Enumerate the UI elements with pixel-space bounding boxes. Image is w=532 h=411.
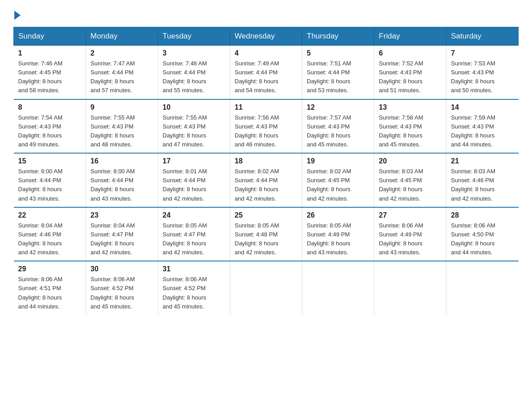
day-info: Sunrise: 8:04 AM Sunset: 4:47 PM Dayligh… (90, 221, 153, 257)
calendar-cell: 22 Sunrise: 8:04 AM Sunset: 4:46 PM Dayl… (14, 207, 86, 261)
calendar-cell: 29 Sunrise: 8:06 AM Sunset: 4:51 PM Dayl… (14, 261, 86, 315)
calendar-cell: 1 Sunrise: 7:46 AM Sunset: 4:45 PM Dayli… (14, 46, 86, 99)
calendar-cell: 10 Sunrise: 7:55 AM Sunset: 4:43 PM Dayl… (158, 99, 230, 154)
day-info: Sunrise: 8:06 AM Sunset: 4:52 PM Dayligh… (90, 275, 153, 311)
header-day-monday: Monday (86, 27, 158, 46)
day-number: 21 (451, 157, 514, 165)
calendar-cell: 19 Sunrise: 8:02 AM Sunset: 4:45 PM Dayl… (302, 153, 374, 207)
header-day-sunday: Sunday (14, 27, 86, 46)
calendar-cell (230, 261, 302, 315)
calendar-cell: 26 Sunrise: 8:05 AM Sunset: 4:49 PM Dayl… (302, 207, 374, 261)
day-number: 14 (451, 103, 514, 111)
day-info: Sunrise: 7:55 AM Sunset: 4:43 PM Dayligh… (90, 113, 153, 150)
calendar-cell: 8 Sunrise: 7:54 AM Sunset: 4:43 PM Dayli… (14, 99, 86, 154)
calendar-cell: 15 Sunrise: 8:00 AM Sunset: 4:44 PM Dayl… (14, 153, 86, 207)
day-info: Sunrise: 7:57 AM Sunset: 4:43 PM Dayligh… (307, 113, 369, 150)
day-info: Sunrise: 7:53 AM Sunset: 4:43 PM Dayligh… (451, 59, 514, 95)
day-number: 6 (379, 49, 442, 57)
calendar-cell: 9 Sunrise: 7:55 AM Sunset: 4:43 PM Dayli… (86, 99, 158, 154)
day-info: Sunrise: 8:06 AM Sunset: 4:49 PM Dayligh… (379, 221, 442, 257)
day-number: 8 (18, 103, 82, 111)
calendar-cell: 25 Sunrise: 8:05 AM Sunset: 4:48 PM Dayl… (230, 207, 302, 261)
day-info: Sunrise: 8:04 AM Sunset: 4:46 PM Dayligh… (18, 221, 82, 257)
calendar-cell: 17 Sunrise: 8:01 AM Sunset: 4:44 PM Dayl… (158, 153, 230, 207)
day-number: 7 (451, 49, 514, 57)
day-number: 10 (163, 103, 225, 111)
calendar-table: SundayMondayTuesdayWednesdayThursdayFrid… (13, 27, 519, 315)
day-number: 25 (235, 211, 297, 219)
calendar-cell: 3 Sunrise: 7:48 AM Sunset: 4:44 PM Dayli… (158, 46, 230, 99)
day-info: Sunrise: 7:46 AM Sunset: 4:45 PM Dayligh… (18, 59, 82, 95)
day-info: Sunrise: 8:00 AM Sunset: 4:44 PM Dayligh… (90, 167, 153, 203)
day-info: Sunrise: 8:06 AM Sunset: 4:50 PM Dayligh… (451, 221, 514, 257)
calendar-cell: 21 Sunrise: 8:03 AM Sunset: 4:46 PM Dayl… (446, 153, 519, 207)
header-day-friday: Friday (374, 27, 446, 46)
calendar-cell: 31 Sunrise: 8:06 AM Sunset: 4:52 PM Dayl… (158, 261, 230, 315)
day-info: Sunrise: 7:47 AM Sunset: 4:44 PM Dayligh… (90, 59, 153, 95)
day-info: Sunrise: 7:52 AM Sunset: 4:43 PM Dayligh… (379, 59, 442, 95)
day-info: Sunrise: 7:59 AM Sunset: 4:43 PM Dayligh… (451, 113, 514, 150)
day-number: 22 (18, 211, 82, 219)
day-info: Sunrise: 7:48 AM Sunset: 4:44 PM Dayligh… (163, 59, 225, 95)
calendar-cell: 13 Sunrise: 7:58 AM Sunset: 4:43 PM Dayl… (374, 99, 446, 154)
day-number: 11 (235, 103, 297, 111)
calendar-cell: 24 Sunrise: 8:05 AM Sunset: 4:47 PM Dayl… (158, 207, 230, 261)
calendar-cell: 23 Sunrise: 8:04 AM Sunset: 4:47 PM Dayl… (86, 207, 158, 261)
day-number: 2 (90, 49, 153, 57)
header-day-saturday: Saturday (446, 27, 519, 46)
day-info: Sunrise: 8:05 AM Sunset: 4:49 PM Dayligh… (307, 221, 369, 257)
day-info: Sunrise: 8:01 AM Sunset: 4:44 PM Dayligh… (163, 167, 225, 203)
calendar-cell (302, 261, 374, 315)
day-number: 5 (307, 49, 369, 57)
day-number: 27 (379, 211, 442, 219)
day-info: Sunrise: 7:54 AM Sunset: 4:43 PM Dayligh… (18, 113, 82, 150)
header-day-tuesday: Tuesday (158, 27, 230, 46)
page-header (13, 9, 519, 18)
calendar-week-5: 29 Sunrise: 8:06 AM Sunset: 4:51 PM Dayl… (14, 261, 519, 315)
calendar-cell (374, 261, 446, 315)
day-info: Sunrise: 8:06 AM Sunset: 4:51 PM Dayligh… (18, 275, 82, 311)
day-info: Sunrise: 7:55 AM Sunset: 4:43 PM Dayligh… (163, 113, 225, 150)
day-info: Sunrise: 8:06 AM Sunset: 4:52 PM Dayligh… (163, 275, 225, 311)
calendar-cell: 18 Sunrise: 8:02 AM Sunset: 4:44 PM Dayl… (230, 153, 302, 207)
calendar-cell: 7 Sunrise: 7:53 AM Sunset: 4:43 PM Dayli… (446, 46, 519, 99)
day-info: Sunrise: 8:05 AM Sunset: 4:48 PM Dayligh… (235, 221, 297, 257)
day-number: 20 (379, 157, 442, 165)
calendar-week-2: 8 Sunrise: 7:54 AM Sunset: 4:43 PM Dayli… (14, 99, 519, 154)
day-number: 24 (163, 211, 225, 219)
header-day-thursday: Thursday (302, 27, 374, 46)
calendar-week-1: 1 Sunrise: 7:46 AM Sunset: 4:45 PM Dayli… (14, 46, 519, 99)
day-info: Sunrise: 7:56 AM Sunset: 4:43 PM Dayligh… (235, 113, 297, 150)
calendar-week-4: 22 Sunrise: 8:04 AM Sunset: 4:46 PM Dayl… (14, 207, 519, 261)
calendar-cell: 4 Sunrise: 7:49 AM Sunset: 4:44 PM Dayli… (230, 46, 302, 99)
day-number: 30 (90, 265, 153, 273)
day-number: 29 (18, 265, 82, 273)
day-info: Sunrise: 7:49 AM Sunset: 4:44 PM Dayligh… (235, 59, 297, 95)
calendar-cell: 2 Sunrise: 7:47 AM Sunset: 4:44 PM Dayli… (86, 46, 158, 99)
day-info: Sunrise: 8:00 AM Sunset: 4:44 PM Dayligh… (18, 167, 82, 203)
day-number: 31 (163, 265, 225, 273)
calendar-cell: 28 Sunrise: 8:06 AM Sunset: 4:50 PM Dayl… (446, 207, 519, 261)
calendar-cell (446, 261, 519, 315)
calendar-header: SundayMondayTuesdayWednesdayThursdayFrid… (14, 27, 519, 46)
calendar-cell: 27 Sunrise: 8:06 AM Sunset: 4:49 PM Dayl… (374, 207, 446, 261)
day-number: 13 (379, 103, 442, 111)
day-number: 18 (235, 157, 297, 165)
day-info: Sunrise: 8:05 AM Sunset: 4:47 PM Dayligh… (163, 221, 225, 257)
day-number: 19 (307, 157, 369, 165)
day-info: Sunrise: 8:03 AM Sunset: 4:46 PM Dayligh… (451, 167, 514, 203)
day-info: Sunrise: 8:03 AM Sunset: 4:45 PM Dayligh… (379, 167, 442, 203)
day-number: 15 (18, 157, 82, 165)
day-info: Sunrise: 7:51 AM Sunset: 4:44 PM Dayligh… (307, 59, 369, 95)
day-number: 17 (163, 157, 225, 165)
day-number: 9 (90, 103, 153, 111)
day-number: 23 (90, 211, 153, 219)
calendar-cell: 30 Sunrise: 8:06 AM Sunset: 4:52 PM Dayl… (86, 261, 158, 315)
day-number: 26 (307, 211, 369, 219)
day-number: 16 (90, 157, 153, 165)
calendar-cell: 11 Sunrise: 7:56 AM Sunset: 4:43 PM Dayl… (230, 99, 302, 154)
logo-arrow-icon (14, 11, 21, 20)
day-number: 3 (163, 49, 225, 57)
calendar-cell: 16 Sunrise: 8:00 AM Sunset: 4:44 PM Dayl… (86, 153, 158, 207)
day-info: Sunrise: 8:02 AM Sunset: 4:45 PM Dayligh… (307, 167, 369, 203)
